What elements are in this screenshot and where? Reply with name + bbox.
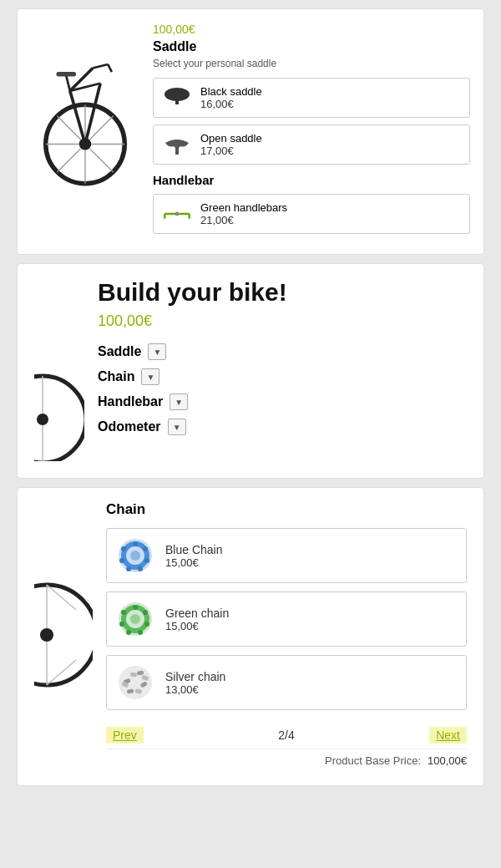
pagination: Prev 2/4 Next (106, 718, 467, 749)
green-handlebar-name: Green handlebars (200, 201, 287, 214)
card-chain: Chain Blue Chain 15,00€ (17, 487, 484, 786)
svg-line-14 (93, 64, 108, 69)
chain-config[interactable]: Chain ▼ (98, 368, 467, 385)
base-price-label: Product Base Price: (325, 754, 421, 767)
svg-point-24 (175, 212, 180, 216)
svg-line-9 (57, 149, 80, 172)
base-price-row: Product Base Price: 100,00€ (106, 749, 467, 769)
svg-point-44 (121, 546, 126, 551)
svg-point-51 (138, 630, 143, 635)
blue-chain-name: Blue Chain (165, 543, 223, 556)
build-price: 100,00€ (98, 312, 467, 330)
silver-chain-info: Silver chain 13,00€ (165, 670, 225, 696)
svg-point-52 (126, 630, 131, 635)
base-price-value: 100,00€ (428, 754, 467, 767)
card-saddle-handlebar: 100,00€ Saddle Select your personal sadd… (17, 8, 484, 255)
open-saddle-price: 17,00€ (200, 145, 262, 157)
blue-chain-option[interactable]: Blue Chain 15,00€ (106, 528, 467, 583)
svg-rect-20 (175, 148, 179, 155)
svg-rect-19 (175, 94, 179, 104)
saddle-config-label: Saddle (98, 344, 141, 359)
green-chain-info: Green chain 15,00€ (165, 607, 229, 632)
silver-chain-option[interactable]: Silver chain 13,00€ (106, 655, 467, 710)
open-saddle-image (162, 133, 192, 156)
open-saddle-name: Open saddle (200, 132, 262, 145)
saddle-config[interactable]: Saddle ▼ (98, 343, 467, 360)
svg-line-7 (89, 149, 113, 172)
svg-rect-17 (56, 72, 76, 76)
svg-point-38 (133, 541, 138, 546)
odometer-config[interactable]: Odometer ▼ (98, 419, 467, 435)
green-handlebar-info: Green handlebars 21,00€ (200, 201, 287, 226)
odometer-dropdown-icon[interactable]: ▼ (168, 419, 186, 435)
bike-image-1 (31, 23, 139, 241)
green-chain-image (117, 601, 154, 637)
handlebar-config[interactable]: Handlebar ▼ (98, 393, 467, 410)
handlebar-config-label: Handlebar (98, 394, 163, 409)
bike-image-2 (34, 277, 84, 464)
svg-point-47 (130, 614, 140, 624)
silver-chain-price: 13,00€ (165, 683, 225, 696)
card1-price: 100,00€ (153, 23, 470, 36)
black-saddle-option[interactable]: Black saddle 16,00€ (153, 78, 470, 118)
svg-line-8 (89, 116, 113, 140)
svg-point-37 (130, 551, 140, 561)
green-handlebar-price: 21,00€ (200, 214, 287, 226)
card3-content: Chain Blue Chain 15,00€ (106, 501, 467, 772)
bike-illustration-1 (35, 23, 135, 190)
pagination-info: 2/4 (278, 728, 294, 742)
green-handlebar-option[interactable]: Green handlebars 21,00€ (153, 194, 470, 234)
saddle-title: Saddle (153, 39, 470, 54)
next-button[interactable]: Next (429, 727, 467, 744)
svg-point-54 (121, 610, 126, 615)
odometer-config-label: Odometer (98, 419, 161, 434)
blue-chain-price: 15,00€ (165, 556, 223, 569)
green-chain-name: Green chain (165, 607, 229, 620)
saddle-subtitle: Select your personal saddle (153, 58, 470, 69)
green-chain-option[interactable]: Green chain 15,00€ (106, 591, 467, 647)
blue-chain-info: Blue Chain 15,00€ (165, 543, 223, 569)
blue-chain-image (117, 537, 154, 574)
svg-point-48 (133, 605, 138, 610)
chain-dropdown-icon[interactable]: ▼ (141, 368, 159, 385)
card-build-bike: Build your bike! 100,00€ Saddle ▼ Chain … (17, 263, 484, 479)
chain-config-label: Chain (98, 369, 134, 384)
svg-point-53 (119, 622, 124, 627)
svg-point-42 (126, 566, 131, 571)
svg-point-26 (37, 414, 48, 425)
svg-point-43 (119, 558, 124, 563)
black-saddle-price: 16,00€ (200, 98, 262, 110)
green-chain-price: 15,00€ (165, 620, 229, 632)
black-saddle-info: Black saddle 16,00€ (200, 85, 262, 110)
svg-point-50 (144, 622, 149, 627)
card2-content: Build your bike! 100,00€ Saddle ▼ Chain … (98, 277, 467, 464)
chain-section-title: Chain (106, 501, 467, 518)
open-saddle-option[interactable]: Open saddle 17,00€ (153, 124, 470, 165)
prev-button[interactable]: Prev (106, 727, 144, 744)
silver-chain-image (117, 664, 154, 701)
handlebar-title: Handlebar (153, 173, 470, 187)
green-handlebar-image (162, 202, 192, 226)
build-title: Build your bike! (98, 277, 467, 307)
svg-point-30 (40, 628, 53, 642)
open-saddle-info: Open saddle 17,00€ (200, 132, 262, 157)
svg-point-49 (143, 610, 148, 615)
black-saddle-image (162, 86, 192, 109)
card1-content: 100,00€ Saddle Select your personal sadd… (153, 23, 470, 241)
svg-line-12 (85, 84, 100, 145)
svg-line-15 (108, 64, 112, 72)
handlebar-dropdown-icon[interactable]: ▼ (170, 393, 188, 410)
svg-point-41 (138, 566, 143, 571)
svg-point-39 (143, 546, 148, 551)
saddle-dropdown-icon[interactable]: ▼ (148, 343, 166, 360)
svg-line-16 (66, 76, 70, 91)
svg-point-40 (144, 558, 149, 563)
bike-image-3 (34, 501, 93, 772)
silver-chain-name: Silver chain (165, 670, 225, 683)
black-saddle-name: Black saddle (200, 85, 262, 98)
